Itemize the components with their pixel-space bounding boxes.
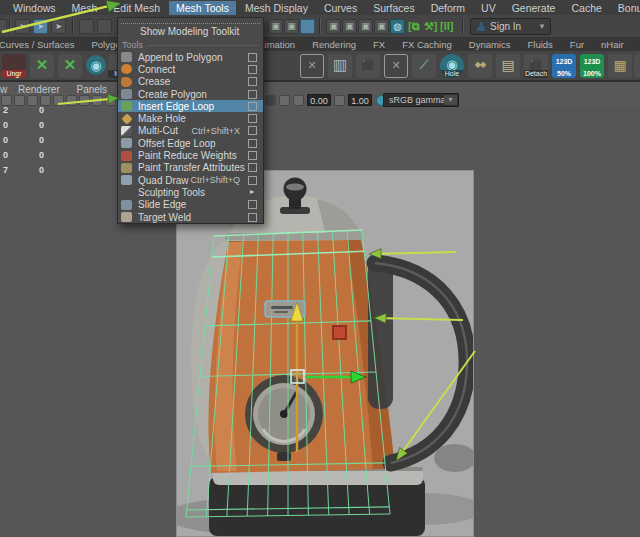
transfer-shelf-icon[interactable] (30, 54, 54, 78)
2d-pan-zoom-icon[interactable] (66, 95, 77, 106)
lookdev-bracket2-icon[interactable]: ⚒] (424, 18, 438, 34)
sphere-shelf-icon[interactable] (86, 55, 106, 75)
menu-generate[interactable]: Generate (505, 1, 563, 15)
tab-fluids[interactable]: Fluids (518, 39, 561, 50)
brick-shelf-icon[interactable] (608, 54, 632, 78)
snap-curve-icon[interactable] (97, 19, 112, 34)
render-current-frame-icon[interactable] (326, 19, 341, 34)
lattice-shelf-icon[interactable] (300, 54, 324, 78)
light-editor-icon[interactable] (390, 19, 405, 34)
open-render-view-icon[interactable] (284, 19, 299, 34)
quick-render-active-icon[interactable] (300, 19, 315, 34)
menu-windows[interactable]: Windows (6, 1, 63, 15)
tab-curves-surfaces[interactable]: Curves / Surfaces (0, 39, 84, 50)
menu-item-target-weld[interactable]: Target Weld (118, 211, 263, 223)
menu-mesh[interactable]: Mesh (65, 1, 105, 15)
option-box[interactable] (248, 139, 257, 148)
menu-edit-mesh[interactable]: Edit Mesh (106, 1, 167, 15)
menu-item-offset-edge-loop[interactable]: Offset Edge Loop (118, 137, 263, 149)
camera-attributes-icon[interactable] (27, 95, 38, 106)
menu-cache[interactable]: Cache (564, 1, 608, 15)
layers-shelf-icon[interactable] (496, 54, 520, 78)
oversampling-icon[interactable] (79, 95, 90, 106)
menu-bonus-tools[interactable]: Bonus Tools (611, 1, 640, 15)
hole-shelf-icon[interactable]: Hole (440, 54, 464, 78)
option-box[interactable] (248, 90, 257, 99)
gamma-field[interactable]: 1.00 (348, 94, 372, 106)
option-box[interactable] (248, 176, 257, 185)
diamond-shelf-icon[interactable] (468, 54, 492, 78)
menu-uv[interactable]: UV (474, 1, 503, 15)
brick2-shelf-icon[interactable] (634, 54, 640, 78)
exposure-icon[interactable] (293, 95, 304, 106)
option-box[interactable] (248, 114, 257, 123)
resolution-gate-icon[interactable] (105, 95, 116, 106)
lock-camera-icon[interactable] (14, 95, 25, 106)
123d-100-shelf-icon[interactable]: 123D 100% (580, 54, 604, 78)
select-hierarchy-icon[interactable] (15, 19, 30, 34)
status-partial-icon[interactable] (0, 19, 7, 34)
film-gate-icon[interactable] (92, 95, 103, 106)
menu-item-paint-reduce-weights[interactable]: Paint Reduce Weights (118, 149, 263, 161)
tab-nhair[interactable]: nHair (592, 39, 633, 50)
arnold-pause-icon[interactable]: [II] (440, 18, 453, 34)
option-box[interactable] (248, 200, 257, 209)
render-settings-icon[interactable] (374, 19, 389, 34)
menu-item-show-modeling-toolkit[interactable]: Show Modeling Toolkit (118, 24, 263, 40)
xray-icon[interactable] (279, 95, 290, 106)
snap-grid-icon[interactable] (79, 19, 94, 34)
detach-shelf-icon[interactable]: Detach (524, 54, 548, 78)
option-box[interactable] (248, 213, 257, 222)
panel-shelf-icon[interactable] (328, 54, 352, 78)
tab-fx[interactable]: FX (364, 39, 394, 50)
menu-mesh-display[interactable]: Mesh Display (238, 1, 315, 15)
panel-menu-panels[interactable]: Panels (77, 84, 108, 95)
menu-item-slide-edge[interactable]: Slide Edge (118, 199, 263, 211)
view-transform-dropdown[interactable]: sRGB gamma ▼ (383, 93, 459, 107)
tab-fx-caching[interactable]: FX Caching (393, 39, 461, 50)
panel-menu-partial[interactable]: w (0, 84, 7, 95)
option-box[interactable] (248, 77, 257, 86)
bookmarks-icon[interactable] (40, 95, 51, 106)
option-box[interactable] (248, 53, 257, 62)
menu-item-paint-transfer-attributes[interactable]: Paint Transfer Attributes (118, 162, 263, 174)
stretch-shelf-icon[interactable] (384, 54, 408, 78)
view-transform-chevron-icon[interactable]: ▼ (444, 95, 457, 105)
123d-50-shelf-icon[interactable]: 123D 50% (552, 54, 576, 78)
tab-fur[interactable]: Fur (561, 39, 593, 50)
construction-history-icon[interactable] (268, 19, 283, 34)
menu-item-create-polygon[interactable]: Create Polygon (118, 88, 263, 100)
sign-in-button[interactable]: Sign In ▼ (470, 18, 551, 35)
option-box[interactable] (248, 65, 257, 74)
image-plane-icon[interactable] (53, 95, 64, 106)
sign-in-chevron-down-icon[interactable]: ▼ (538, 22, 546, 31)
option-box[interactable] (248, 163, 257, 172)
status-separator[interactable] (319, 18, 321, 34)
select-component-icon[interactable] (51, 19, 66, 34)
viewport[interactable]: 2 0 0 0 7 0 0 0 0 0 (0, 108, 640, 537)
menu-item-crease[interactable]: Crease (118, 76, 263, 88)
ipr-render-icon[interactable] (342, 19, 357, 34)
select-camera-icon[interactable] (1, 95, 12, 106)
isolate-select-checkbox[interactable] (265, 95, 276, 106)
status-separator[interactable] (72, 18, 74, 34)
option-box[interactable] (248, 102, 257, 111)
option-box[interactable] (248, 126, 257, 135)
ungroup-shelf-icon[interactable]: Ungr (2, 54, 26, 78)
menu-item-make-hole[interactable]: Make Hole (118, 112, 263, 124)
render-sequence-icon[interactable] (358, 19, 373, 34)
menu-item-quad-draw[interactable]: Quad Draw Ctrl+Shift+Q (118, 174, 263, 186)
menu-item-connect[interactable]: Connect (118, 63, 263, 75)
hub-shelf-icon[interactable] (58, 54, 82, 78)
menu-surfaces[interactable]: Surfaces (366, 1, 421, 15)
menu-item-sculpting-tools[interactable]: Sculpting Tools (118, 186, 263, 198)
menu-item-multi-cut[interactable]: Multi-Cut Ctrl+Shift+X (118, 125, 263, 137)
exposure-field[interactable]: 0.00 (307, 94, 331, 106)
menu-item-append-to-polygon[interactable]: Append to Polygon (118, 51, 263, 63)
status-separator[interactable] (9, 18, 11, 34)
panel-menu-renderer[interactable]: Renderer (18, 84, 60, 95)
tab-muscle[interactable]: Muscle (632, 39, 640, 50)
menu-item-insert-edge-loop[interactable]: Insert Edge Loop (118, 100, 263, 112)
tab-dynamics[interactable]: Dynamics (460, 39, 520, 50)
menu-curves[interactable]: Curves (317, 1, 364, 15)
